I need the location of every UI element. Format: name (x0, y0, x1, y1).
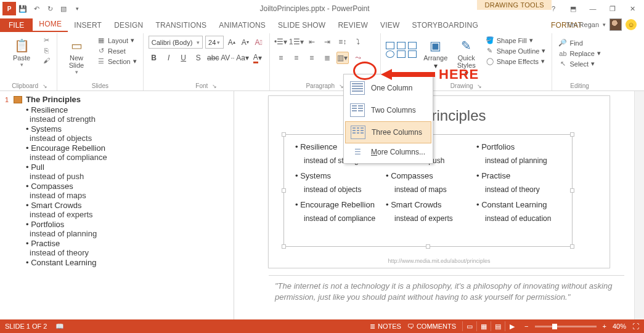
qat-customize-icon[interactable]: ▾ (70, 2, 84, 15)
zoom-in-button[interactable]: + (603, 323, 606, 330)
notes-toggle[interactable]: ≣ NOTES (370, 323, 401, 331)
comments-toggle[interactable]: 🗨 COMMENTS (407, 323, 456, 330)
resize-handle[interactable] (282, 132, 286, 137)
slide-canvas[interactable]: The Principles • Resilienceinstead of st… (269, 96, 609, 268)
replace-button[interactable]: abReplace ▾ (557, 49, 601, 58)
strikethrough-button[interactable]: abc (208, 52, 219, 63)
outline-item[interactable]: • Smart Crowds (26, 201, 229, 210)
tab-design[interactable]: DESIGN (108, 18, 149, 32)
align-right-button[interactable]: ≡ (306, 52, 318, 64)
save-icon[interactable]: 💾 (16, 2, 30, 15)
feedback-icon[interactable]: ☺ (626, 19, 637, 30)
slide-cell[interactable]: • Portfoliosinstead of planning (476, 142, 561, 165)
slide-cell[interactable]: • Compassesinstead of maps (386, 171, 470, 194)
font-size-combo[interactable]: 24▾ (205, 36, 224, 49)
outline-subitem[interactable]: instead of maps (30, 191, 229, 200)
outline-subitem[interactable]: instead of theory (30, 248, 229, 257)
columns-button[interactable]: ▥▾ (336, 52, 349, 64)
line-spacing-button[interactable]: ≡↕ (336, 36, 349, 48)
cut-button[interactable]: ✂ (41, 36, 52, 45)
slide-cell[interactable]: • Encourage Rebellioninstead of complian… (295, 200, 380, 223)
outline-item[interactable]: • Systems (26, 124, 229, 134)
zoom-level[interactable]: 40% (613, 323, 626, 330)
italic-button[interactable]: I (163, 52, 174, 63)
align-center-button[interactable]: ≡ (290, 52, 303, 64)
shape-effects-button[interactable]: ◯Shape Effects ▾ (484, 57, 547, 66)
char-spacing-button[interactable]: AV↔ (222, 52, 234, 63)
drawing-dialog-launcher[interactable]: ↘ (477, 83, 482, 89)
select-button[interactable]: ↖Select ▾ (557, 59, 601, 68)
outline-subitem[interactable]: instead of push (30, 172, 229, 181)
sorter-view-icon[interactable]: ▦ (476, 321, 490, 331)
outline-item[interactable]: • Portfolios (26, 220, 229, 229)
new-slide-button[interactable]: ▭ New Slide ▾ (62, 36, 91, 75)
grow-font-button[interactable]: A▴ (226, 37, 237, 48)
start-slideshow-icon[interactable]: ▧ (57, 2, 70, 15)
zoom-out-button[interactable]: − (524, 323, 528, 330)
resize-handle[interactable] (570, 244, 574, 249)
outline-subitem[interactable]: instead of experts (30, 210, 229, 219)
shape-outline-button[interactable]: ✎Shape Outline ▾ (484, 46, 547, 55)
outline-item[interactable]: • Compasses (26, 182, 229, 191)
numbering-button[interactable]: 1☰▾ (290, 36, 303, 48)
app-icon[interactable]: P (2, 2, 16, 15)
clipboard-dialog-launcher[interactable]: ↘ (43, 83, 47, 89)
shapes-gallery[interactable] (386, 36, 418, 64)
tab-review[interactable]: REVIEW (332, 18, 374, 32)
convert-smartart-button[interactable]: ⤳ (352, 52, 364, 64)
resize-handle[interactable] (426, 244, 430, 249)
font-dialog-launcher[interactable]: ↘ (212, 83, 217, 89)
notes-pane[interactable]: "The internet is not a technology it is … (269, 275, 624, 316)
tab-home[interactable]: HOME (33, 17, 68, 32)
avatar[interactable] (609, 18, 622, 31)
shape-fill-button[interactable]: 🪣Shape Fill ▾ (484, 36, 547, 45)
tab-transitions[interactable]: TRANSITIONS (149, 18, 213, 32)
tab-storyboarding[interactable]: STORYBOARDING (406, 18, 484, 32)
bullets-button[interactable]: •☰▾ (275, 36, 287, 48)
vertical-scrollbar[interactable] (634, 91, 644, 319)
restore-icon[interactable]: ❐ (605, 2, 621, 15)
outline-subitem[interactable]: instead of objects (30, 134, 229, 143)
tab-slideshow[interactable]: SLIDE SHOW (272, 18, 332, 32)
spellcheck-icon[interactable]: 📖 (55, 323, 64, 331)
columns-more[interactable]: ☰ More Columns... (344, 143, 433, 161)
outline-item[interactable]: • Constant Learning (26, 258, 229, 267)
decrease-indent-button[interactable]: ⇤ (306, 36, 318, 48)
tab-view[interactable]: VIEW (374, 18, 406, 32)
find-button[interactable]: 🔎Find (557, 38, 601, 47)
arrange-button[interactable]: ▣Arrange▾ (423, 36, 449, 70)
tab-animations[interactable]: ANIMATIONS (213, 18, 272, 32)
outline-subitem[interactable]: instead of compliance (30, 153, 229, 162)
undo-icon[interactable]: ↶ (30, 2, 43, 15)
shrink-font-button[interactable]: A▾ (240, 37, 251, 48)
tab-file[interactable]: FILE (0, 18, 33, 32)
fit-to-window-icon[interactable]: ⛶ (632, 323, 639, 330)
copy-button[interactable]: ⎘ (41, 46, 52, 55)
slide-cell[interactable]: • Smart Crowdsinstead of experts (386, 200, 470, 223)
layout-button[interactable]: ▦Layout ▾ (96, 36, 138, 45)
align-left-button[interactable]: ≡ (275, 52, 287, 64)
section-button[interactable]: ☰Section ▾ (96, 57, 138, 66)
columns-three[interactable]: Three Columns (345, 121, 431, 143)
close-icon[interactable]: ✕ (624, 2, 640, 15)
tab-insert[interactable]: INSERT (68, 18, 108, 32)
justify-button[interactable]: ≣ (321, 52, 333, 64)
resize-handle[interactable] (282, 244, 286, 249)
underline-button[interactable]: U (178, 52, 189, 63)
slideshow-view-icon[interactable]: ▶ (505, 321, 518, 331)
outline-item[interactable]: • Pull (26, 162, 229, 172)
columns-two[interactable]: Two Columns (344, 99, 433, 121)
user-menu-caret[interactable]: ▾ (603, 22, 606, 28)
outline-item[interactable]: • Encourage Rebellion (26, 143, 229, 153)
resize-handle[interactable] (570, 188, 574, 193)
outline-subitem[interactable]: instead of planning (30, 229, 229, 238)
font-name-combo[interactable]: Calibri (Body)▾ (149, 36, 203, 49)
outline-item[interactable]: • Practise (26, 239, 229, 248)
resize-handle[interactable] (570, 132, 574, 137)
reading-view-icon[interactable]: ▤ (491, 321, 504, 331)
increase-indent-button[interactable]: ⇥ (321, 36, 333, 48)
slide-cell[interactable]: • Systemsinstead of objects (295, 171, 380, 194)
clear-formatting-button[interactable]: A⃠ (253, 37, 264, 48)
slide-title[interactable]: The Principles (269, 107, 609, 124)
reset-button[interactable]: ↺Reset (96, 46, 138, 55)
